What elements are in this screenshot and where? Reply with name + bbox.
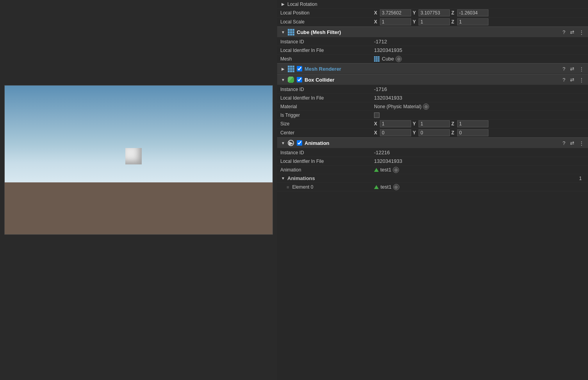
mesh-filter-actions: ? ⇄ ⋮ <box>562 29 585 36</box>
mesh-filter-collapse-arrow[interactable]: ▼ <box>280 29 286 35</box>
animation-header[interactable]: ▼ ▶ Animation ? ⇄ ⋮ <box>277 137 588 148</box>
animation-more-button[interactable]: ⋮ <box>578 139 585 147</box>
size-z-group: Z <box>451 120 488 127</box>
mesh-renderer-collapse-arrow[interactable]: ▶ <box>280 66 286 71</box>
size-x-group: X <box>374 120 411 127</box>
mesh-filter-help-button[interactable]: ? <box>562 29 566 36</box>
mesh-select-button[interactable]: ◎ <box>396 56 402 62</box>
scale-z-input[interactable] <box>457 18 488 25</box>
box-collider-checkbox[interactable] <box>297 77 302 82</box>
animation-local-id-value: 1320341933 <box>374 158 585 164</box>
mesh-filter-local-id-value: 1320341935 <box>374 47 585 53</box>
animation-help-button[interactable]: ? <box>562 139 566 147</box>
inspector-panel[interactable]: ▶ Local Rotation Local Position X Y Z <box>277 0 588 380</box>
mesh-renderer-header[interactable]: ▶ Mesh Renderer ? ⇄ ⋮ <box>277 63 588 74</box>
mesh-filter-local-id-label: Local Identfier In File <box>280 48 374 53</box>
animation-clip-value-container: test1 ◎ <box>374 167 585 173</box>
scene-viewport <box>4 85 273 235</box>
animations-count: 1 <box>579 176 582 181</box>
mesh-renderer-actions: ? ⇄ ⋮ <box>562 65 585 73</box>
center-z-group: Z <box>451 129 488 136</box>
element-0-select-button[interactable]: ◎ <box>393 184 399 190</box>
local-rotation-arrow[interactable]: ▶ <box>280 2 286 7</box>
animation-select-button[interactable]: ◎ <box>393 167 399 173</box>
local-scale-row: Local Scale X Y Z <box>277 18 588 27</box>
sky-gradient <box>5 86 273 182</box>
scale-y-label: Y <box>413 19 417 25</box>
mesh-filter-mesh-value-container: Cube ◎ <box>374 56 585 62</box>
box-collider-size-row: Size X Y Z <box>277 120 588 128</box>
animations-section-header: ▼ Animations 1 <box>277 174 588 183</box>
box-collider-instance-id-row: Instance ID -1716 <box>277 85 588 94</box>
mesh-filter-mesh-value: Cube <box>382 56 394 62</box>
mesh-filter-more-button[interactable]: ⋮ <box>578 29 585 36</box>
box-collider-trigger-row: Is Trigger <box>277 111 588 120</box>
box-collider-center-value: X Y Z <box>374 129 585 136</box>
trigger-checkbox[interactable] <box>374 112 380 118</box>
animation-actions: ? ⇄ ⋮ <box>562 139 585 147</box>
scale-y-input[interactable] <box>419 18 450 25</box>
size-x-input[interactable] <box>380 120 411 127</box>
box-collider-local-id-row: Local Identfier In File 1320341933 <box>277 94 588 102</box>
box-collider-trigger-value <box>374 112 585 118</box>
box-collider-instance-id-label: Instance ID <box>280 87 374 92</box>
animation-clip-row: Animation test1 ◎ <box>277 166 588 174</box>
pos-z-group: Z <box>451 9 488 16</box>
size-y-group: Y <box>413 120 450 127</box>
pos-x-input[interactable] <box>380 9 411 16</box>
element-0-label: Element 0 <box>292 184 374 190</box>
size-y-input[interactable] <box>419 120 450 127</box>
box-collider-center-row: Center X Y Z <box>277 128 588 137</box>
size-y-label: Y <box>413 121 417 127</box>
mesh-filter-icon <box>287 29 294 36</box>
box-collider-settings-button[interactable]: ⇄ <box>569 76 575 84</box>
mesh-renderer-grid-icon <box>288 66 294 72</box>
mesh-filter-instance-id-row: Instance ID -1712 <box>277 37 588 46</box>
animation-settings-button[interactable]: ⇄ <box>569 139 575 147</box>
local-scale-label: Local Scale <box>280 19 374 25</box>
mesh-renderer-more-button[interactable]: ⋮ <box>578 65 585 73</box>
box-collider-material-row: Material None (Physic Material) ◎ <box>277 102 588 111</box>
pos-y-input[interactable] <box>419 9 450 16</box>
size-z-input[interactable] <box>457 120 488 127</box>
box-collider-actions: ? ⇄ ⋮ <box>562 76 585 84</box>
box-collider-more-button[interactable]: ⋮ <box>578 76 585 84</box>
mesh-ref: Cube <box>374 56 394 62</box>
cube-object <box>125 148 142 164</box>
local-scale-value: X Y Z <box>374 18 585 25</box>
mesh-filter-local-id-row: Local Identfier In File 1320341935 <box>277 46 588 55</box>
box-collider-material-value-container: None (Physic Material) ◎ <box>374 103 585 110</box>
scene-panel <box>0 0 277 380</box>
animation-checkbox[interactable] <box>297 140 302 146</box>
pos-y-label: Y <box>413 10 417 16</box>
size-z-label: Z <box>451 121 456 127</box>
box-collider-help-button[interactable]: ? <box>562 76 566 84</box>
center-y-group: Y <box>413 129 450 136</box>
local-position-label: Local Position <box>280 10 374 16</box>
box-collider-center-label: Center <box>280 130 374 136</box>
box-collider-collapse-arrow[interactable]: ▼ <box>280 77 286 82</box>
mesh-filter-mesh-label: Mesh <box>280 56 374 62</box>
mesh-filter-header[interactable]: ▼ Cube (Mesh Filter) ? ⇄ ⋮ <box>277 27 588 37</box>
grid-icon <box>288 29 294 36</box>
animations-collapse-arrow[interactable]: ▼ <box>280 176 286 181</box>
center-x-input[interactable] <box>380 129 411 136</box>
element-0-drag-handle[interactable]: ≡ <box>287 185 289 189</box>
mesh-renderer-settings-button[interactable]: ⇄ <box>569 65 575 73</box>
box-collider-header[interactable]: ▼ Box Collider ? ⇄ ⋮ <box>277 74 588 85</box>
mesh-renderer-help-button[interactable]: ? <box>562 65 566 73</box>
mesh-filter-settings-button[interactable]: ⇄ <box>569 29 575 36</box>
center-y-input[interactable] <box>419 129 450 136</box>
center-z-input[interactable] <box>457 129 488 136</box>
transform-section: ▶ Local Rotation Local Position X Y Z <box>277 0 588 27</box>
mesh-renderer-checkbox[interactable] <box>297 66 302 71</box>
box-collider-local-id-value: 1320341933 <box>374 95 585 101</box>
animation-local-id-row: Local Identfier In File 1320341933 <box>277 157 588 166</box>
material-select-button[interactable]: ◎ <box>423 103 429 110</box>
scale-x-input[interactable] <box>380 18 411 25</box>
animation-instance-id-row: Instance ID -12216 <box>277 148 588 157</box>
animation-collapse-arrow[interactable]: ▼ <box>280 140 286 146</box>
pos-z-input[interactable] <box>457 9 488 16</box>
box-collider-trigger-label: Is Trigger <box>280 112 374 118</box>
box-collider-title: Box Collider <box>305 77 562 83</box>
